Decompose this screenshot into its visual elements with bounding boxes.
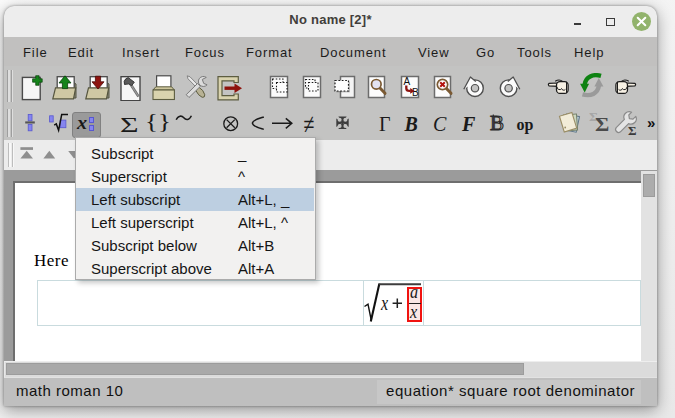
svg-text:B: B [412, 87, 419, 98]
svg-text:Σ: Σ [628, 123, 637, 138]
svg-text:B: B [490, 111, 504, 133]
svg-text:A: A [404, 76, 411, 87]
